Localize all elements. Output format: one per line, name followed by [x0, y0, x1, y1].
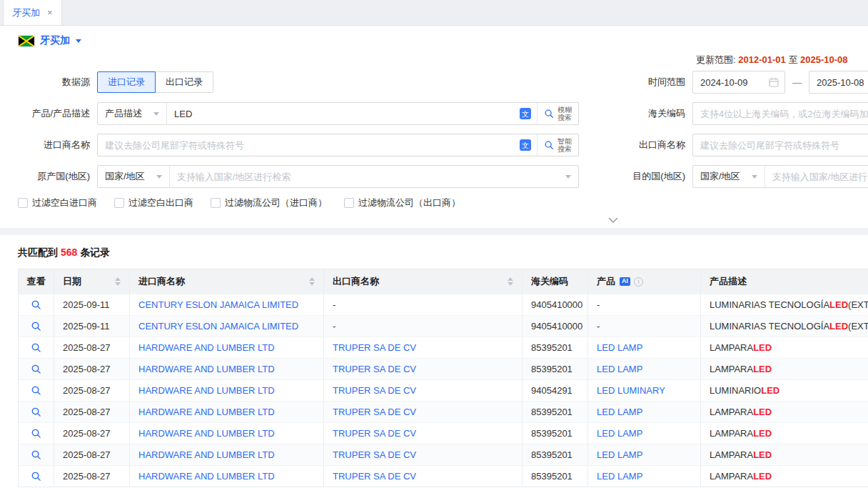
update-range: 更新范围: 2012-01-01 至 2025-10-08 — [696, 54, 868, 66]
column-header-view: 查看 — [19, 269, 54, 294]
product-cell[interactable]: LED LUMINARY — [597, 385, 665, 396]
update-range-label: 更新范围: — [696, 54, 736, 65]
product-cell: - — [597, 299, 600, 310]
view-row-button[interactable] — [31, 299, 41, 310]
translate-icon[interactable]: 文 — [514, 139, 537, 151]
exporter-cell[interactable]: TRUPER SA DE CV — [333, 449, 416, 460]
exporter-cell[interactable]: TRUPER SA DE CV — [333, 471, 416, 482]
product-cell[interactable]: LED LAMP — [597, 364, 642, 374]
exporter-cell[interactable]: TRUPER SA DE CV — [333, 342, 416, 353]
filter-panel: 更新范围: 2012-01-01 至 2025-10-08 数据源 进口记录 出… — [0, 54, 868, 228]
update-range-end: 2025-10-08 — [800, 54, 848, 65]
magnifier-icon — [31, 299, 41, 310]
view-row-button[interactable] — [31, 471, 41, 482]
checkbox-icon[interactable] — [114, 198, 124, 208]
tab-close-icon[interactable]: × — [47, 8, 53, 17]
product-type-select[interactable]: 产品描述 — [98, 103, 167, 124]
column-header-date[interactable]: 日期 — [54, 269, 130, 294]
date-cell: 2025-08-27 — [54, 444, 130, 465]
description-cell: LAMPARA LED — [701, 423, 868, 444]
exporter-input[interactable] — [693, 134, 868, 156]
column-header-exporter[interactable]: 出口商名称 — [324, 269, 523, 294]
importer-link[interactable]: HARDWARE AND LUMBER LTD — [138, 364, 275, 374]
tab-bar: 牙买加 × — [0, 0, 868, 26]
collapse-row — [17, 216, 868, 228]
exporter-cell[interactable]: TRUPER SA DE CV — [333, 385, 416, 396]
sort-icons[interactable] — [303, 277, 315, 286]
summary-prefix: 共匹配到 — [18, 247, 58, 258]
view-row-button[interactable] — [31, 385, 41, 396]
view-row-button[interactable] — [31, 342, 41, 353]
tab-jamaica[interactable]: 牙买加 × — [3, 0, 62, 25]
checkbox-filter-logistics-importer[interactable]: 过滤物流公司（进口商） — [211, 196, 327, 209]
product-cell[interactable]: LED LAMP — [597, 428, 642, 439]
start-date-input[interactable] — [693, 71, 763, 93]
destination-country-select[interactable]: 国家/地区 — [693, 166, 765, 187]
exporter-cell[interactable]: TRUPER SA DE CV — [333, 407, 416, 417]
checkbox-icon[interactable] — [18, 198, 28, 208]
view-row-button[interactable] — [31, 428, 41, 439]
origin-country-select[interactable]: 国家/地区 — [98, 166, 170, 187]
origin-search-input[interactable] — [170, 166, 558, 187]
importer-input[interactable] — [98, 134, 514, 156]
importer-link[interactable]: CENTURY ESLON JAMAICA LIMITED — [138, 321, 298, 332]
importer-link[interactable]: HARDWARE AND LUMBER LTD — [138, 471, 275, 482]
collapse-filters-button[interactable] — [608, 215, 618, 226]
update-range-to: 至 — [788, 54, 797, 65]
end-date-box — [809, 71, 868, 94]
product-cell[interactable]: LED LAMP — [597, 471, 642, 482]
exporter-cell[interactable]: TRUPER SA DE CV — [333, 428, 416, 439]
product-cell[interactable]: LED LAMP — [597, 449, 642, 460]
chevron-down-icon[interactable] — [565, 175, 571, 179]
calendar-icon[interactable] — [763, 77, 784, 87]
exporter-cell: - — [333, 321, 335, 332]
date-cell: 2025-09-11 — [54, 316, 130, 337]
fuzzy-search-button[interactable]: 模糊搜索 — [537, 103, 578, 124]
translate-icon[interactable]: 文 — [514, 108, 537, 119]
chevron-down-icon — [156, 175, 162, 179]
importer-label: 进口商名称 — [17, 139, 97, 151]
country-title[interactable]: 牙买加 — [40, 34, 70, 47]
end-date-input[interactable] — [809, 71, 868, 93]
destination-search-input[interactable] — [765, 166, 868, 187]
sort-icons[interactable] — [109, 277, 121, 286]
country-chevron-down-icon[interactable] — [76, 39, 81, 43]
magnifier-icon — [31, 471, 41, 482]
results-table: 查看 日期 进口商名称 出口商名称 海关编码 产品 AI i 产品描述 — [18, 269, 868, 487]
export-records-toggle[interactable]: 出口记录 — [155, 71, 213, 93]
checkbox-icon[interactable] — [344, 198, 354, 208]
chevron-down-icon — [153, 112, 159, 116]
product-cell[interactable]: LED LAMP — [597, 342, 642, 353]
checkbox-icon[interactable] — [211, 198, 221, 208]
hs-code-input[interactable] — [693, 103, 868, 124]
start-date-box — [692, 71, 785, 94]
importer-link[interactable]: HARDWARE AND LUMBER LTD — [138, 385, 275, 396]
column-header-importer[interactable]: 进口商名称 — [130, 269, 324, 294]
product-cell[interactable]: LED LAMP — [597, 407, 642, 417]
exporter-cell[interactable]: TRUPER SA DE CV — [333, 364, 416, 374]
view-row-button[interactable] — [31, 364, 41, 374]
date-cell: 2025-08-27 — [54, 337, 130, 358]
checkbox-filter-blank-exporter[interactable]: 过滤空白出口商 — [114, 196, 193, 209]
importer-link[interactable]: HARDWARE AND LUMBER LTD — [138, 407, 275, 417]
table-row: 2025-08-27 HARDWARE AND LUMBER LTD TRUPE… — [19, 401, 868, 422]
view-row-button[interactable] — [31, 407, 41, 417]
checkbox-filter-blank-importer[interactable]: 过滤空白进口商 — [18, 196, 97, 209]
jamaica-flag-icon — [19, 36, 34, 46]
import-records-toggle[interactable]: 进口记录 — [97, 71, 156, 93]
importer-link[interactable]: HARDWARE AND LUMBER LTD — [138, 342, 275, 353]
magnifier-icon — [31, 407, 41, 417]
filter-row-product: 产品/产品描述 产品描述 文 模糊搜索 海关编码 — [17, 102, 868, 125]
product-search-input[interactable] — [167, 103, 514, 124]
sort-icons[interactable] — [502, 277, 513, 286]
checkbox-filter-logistics-exporter[interactable]: 过滤物流公司（出口商） — [344, 196, 460, 209]
description-cell: LAMPARA LED — [701, 466, 868, 487]
view-row-button[interactable] — [31, 321, 41, 332]
importer-link[interactable]: HARDWARE AND LUMBER LTD — [138, 428, 275, 439]
info-icon[interactable]: i — [634, 277, 643, 287]
data-source-toggle: 进口记录 出口记录 — [97, 71, 213, 93]
importer-link[interactable]: CENTURY ESLON JAMAICA LIMITED — [138, 299, 298, 310]
importer-link[interactable]: HARDWARE AND LUMBER LTD — [138, 449, 275, 460]
smart-search-button[interactable]: 智能搜索 — [537, 134, 578, 156]
view-row-button[interactable] — [31, 449, 41, 460]
